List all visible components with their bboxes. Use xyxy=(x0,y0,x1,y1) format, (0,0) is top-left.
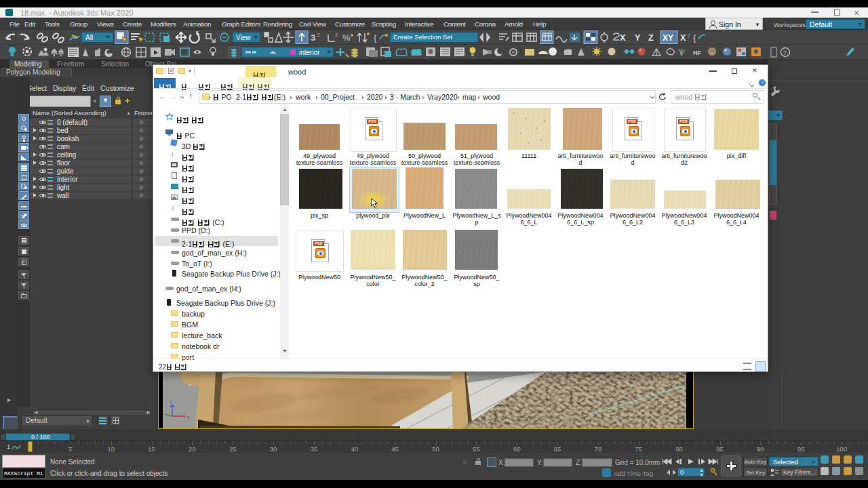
svg-text:z: z xyxy=(170,399,172,405)
svg-text:View: View xyxy=(236,34,251,41)
svg-text:X: X xyxy=(620,33,626,43)
svg-text:3: 3 xyxy=(311,33,315,43)
svg-text:X: X xyxy=(680,33,686,43)
svg-text:Y: Y xyxy=(635,33,641,43)
svg-text:?: ? xyxy=(783,49,787,56)
svg-text:HF: HF xyxy=(693,49,701,56)
svg-text:x: x xyxy=(187,414,190,420)
svg-text:Create Selection Set: Create Selection Set xyxy=(393,33,452,41)
svg-text:{: { xyxy=(693,33,696,43)
svg-text:?: ? xyxy=(687,33,690,39)
svg-text:XY: XY xyxy=(663,33,673,43)
svg-text:{: { xyxy=(374,33,377,43)
svg-text:2: 2 xyxy=(317,32,320,38)
svg-text:Z: Z xyxy=(648,33,654,43)
svg-text:2: 2 xyxy=(335,32,338,38)
svg-text:All: All xyxy=(85,34,93,41)
svg-text:interior: interior xyxy=(299,49,320,56)
svg-text:%: % xyxy=(342,33,351,43)
